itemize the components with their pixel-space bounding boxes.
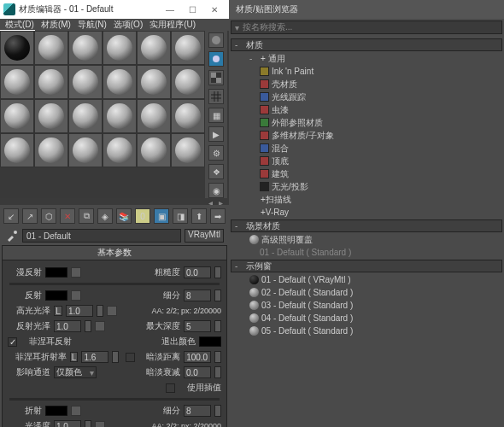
sample-slot[interactable] xyxy=(0,65,34,99)
close-button[interactable]: ✕ xyxy=(203,0,226,19)
tree-item[interactable]: 01 - Default ( Standard ) xyxy=(231,246,502,259)
spinner[interactable] xyxy=(214,290,221,301)
sample-slot[interactable] xyxy=(137,31,171,65)
sample-type-button[interactable] xyxy=(208,32,224,48)
menu-nav[interactable]: 导航(N) xyxy=(78,19,107,31)
minimize-button[interactable]: — xyxy=(159,0,181,19)
preview-button[interactable]: ▶ xyxy=(208,126,224,142)
delete-button[interactable]: ✕ xyxy=(60,208,75,224)
show-map-button[interactable]: ▣ xyxy=(154,208,169,224)
sample-slot[interactable] xyxy=(68,65,103,99)
dimfalloff-input[interactable] xyxy=(184,366,211,378)
go-parent-button[interactable]: ⬆ xyxy=(191,208,207,224)
sample-slot[interactable] xyxy=(103,133,137,167)
sample-slot[interactable] xyxy=(0,99,34,133)
fresnel-checkbox[interactable]: ✓ xyxy=(8,337,17,347)
sample-slot[interactable] xyxy=(0,133,34,167)
tree-node[interactable]: +V-Ray xyxy=(231,206,502,219)
sample-slot[interactable] xyxy=(34,133,68,167)
sample-slot[interactable] xyxy=(68,31,103,65)
reflect-swatch[interactable] xyxy=(45,290,67,301)
material-type-button[interactable]: VRayMtl xyxy=(185,229,224,243)
spinner[interactable] xyxy=(97,305,103,317)
sample-slot[interactable] xyxy=(34,65,68,99)
refract-map-button[interactable] xyxy=(71,406,81,416)
reflect-map-button[interactable] xyxy=(71,290,81,301)
sample-slot[interactable] xyxy=(171,31,205,65)
rollup-basic-header[interactable]: 基本参数 xyxy=(3,246,226,260)
hilight-input[interactable] xyxy=(66,305,93,317)
tree-item[interactable]: 建筑 xyxy=(231,167,502,180)
sample-slot[interactable] xyxy=(0,31,34,65)
tree-item[interactable]: 壳材质 xyxy=(231,78,502,91)
spinner[interactable] xyxy=(214,266,221,278)
sample-slot[interactable] xyxy=(34,31,68,65)
diffuse-map-button[interactable] xyxy=(71,267,81,278)
subdiv-input[interactable] xyxy=(184,290,211,301)
tree-item[interactable]: 05 - Default ( Standard ) xyxy=(231,325,502,337)
glossiness-input[interactable] xyxy=(54,420,81,427)
hilight-map-button[interactable] xyxy=(107,306,117,316)
spinner[interactable] xyxy=(214,366,221,378)
video-check-button[interactable]: ▦ xyxy=(208,108,224,123)
tree-item[interactable]: Ink 'n Paint xyxy=(231,65,502,78)
show-end-result-button[interactable]: ◨ xyxy=(173,208,188,224)
background-button[interactable] xyxy=(208,70,224,85)
get-material-button[interactable]: ↙ xyxy=(3,208,19,224)
fresnelior-input[interactable] xyxy=(81,351,108,363)
spinner[interactable] xyxy=(214,351,221,363)
tree-item[interactable]: 混合 xyxy=(231,142,502,155)
tree-item[interactable]: 02 - Default ( Standard ) xyxy=(231,286,502,299)
spinner[interactable] xyxy=(85,320,91,332)
glossiness-map-button[interactable] xyxy=(95,421,105,427)
spinner[interactable] xyxy=(214,405,221,417)
lock-l2[interactable]: L xyxy=(70,352,79,362)
tree-group-scene[interactable]: -场景材质 xyxy=(231,219,502,232)
assign-button[interactable]: ⬡ xyxy=(41,208,56,224)
refract-swatch[interactable] xyxy=(45,406,67,416)
exitcolor-swatch[interactable] xyxy=(199,336,221,347)
sample-slot[interactable] xyxy=(103,65,137,99)
material-map-nav-button[interactable]: ◉ xyxy=(208,183,224,198)
sample-slot[interactable] xyxy=(137,99,171,133)
make-unique-button[interactable]: ◈ xyxy=(97,208,113,224)
sample-slot[interactable] xyxy=(68,99,103,133)
tree-item[interactable]: 顶底 xyxy=(231,155,502,167)
menu-utilities[interactable]: 实用程序(U) xyxy=(149,19,196,31)
maxdepth-input[interactable] xyxy=(184,320,211,332)
material-id-button[interactable]: 0 xyxy=(135,208,150,224)
tree-item[interactable]: 虫漆 xyxy=(231,103,502,116)
options-button[interactable]: ⚙ xyxy=(208,145,224,161)
tree-item[interactable]: 高级照明覆盖 xyxy=(231,233,502,246)
tree-item[interactable]: 04 - Default ( Standard ) xyxy=(231,312,502,325)
material-name-input[interactable] xyxy=(22,229,181,243)
uv-tile-button[interactable] xyxy=(208,89,224,104)
eyedropper-icon[interactable] xyxy=(5,229,19,243)
tree-item[interactable]: 光线跟踪 xyxy=(231,91,502,103)
spinner[interactable] xyxy=(112,351,119,363)
copy-button[interactable]: ⧉ xyxy=(79,208,94,224)
lock-l[interactable]: L xyxy=(54,306,62,316)
tree-group-samples[interactable]: -示例窗 xyxy=(231,260,502,272)
put-to-scene-button[interactable]: ↗ xyxy=(22,208,38,224)
sample-slot[interactable] xyxy=(137,133,171,167)
spinner[interactable] xyxy=(214,320,221,332)
put-to-library-button[interactable]: 📚 xyxy=(116,208,132,224)
tree-item[interactable]: 03 - Default ( Standard ) xyxy=(231,299,502,312)
diffuse-swatch[interactable] xyxy=(45,267,67,278)
tree-item[interactable]: 无光/投影 xyxy=(231,180,502,193)
sample-slot[interactable] xyxy=(103,31,137,65)
reflgloss-map-button[interactable] xyxy=(95,321,105,331)
useinterp-checkbox[interactable] xyxy=(166,383,175,393)
affectchan-dropdown[interactable]: 仅颜色 xyxy=(54,366,97,378)
tree-item[interactable]: 01 - Default ( VRayMtl ) xyxy=(231,273,502,286)
sample-slot[interactable] xyxy=(68,133,103,167)
sample-slot[interactable] xyxy=(171,133,205,167)
spinner[interactable] xyxy=(85,420,91,427)
roughness-input[interactable] xyxy=(184,266,211,278)
reflgloss-input[interactable] xyxy=(54,320,81,332)
dimdist-checkbox[interactable] xyxy=(126,353,135,362)
search-input[interactable]: ▾ 按名称搜索... xyxy=(231,20,502,34)
dimdist-input[interactable] xyxy=(184,351,211,363)
tree-item[interactable]: 外部参照材质 xyxy=(231,116,502,129)
